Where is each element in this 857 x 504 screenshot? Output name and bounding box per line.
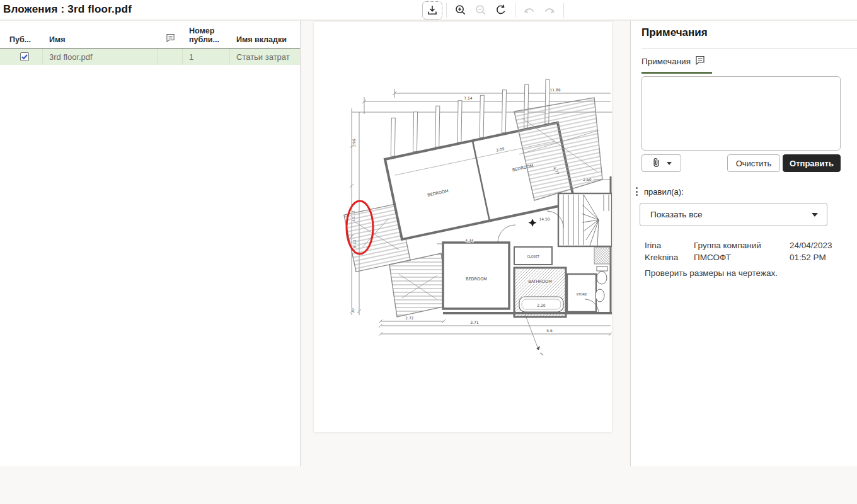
publication-number-cell: 1 [183,49,230,65]
drag-handle-icon[interactable] [635,186,639,197]
top-bar: Вложения : 3rd floor.pdf [0,0,857,21]
rotate-icon [495,4,507,16]
comment-datetime: 24/04/2023 01:52 PM [790,239,846,263]
undo-button[interactable] [519,1,539,20]
paperclip-icon [651,157,662,170]
dim-bottom-b: 3.71 [470,320,479,324]
room-label-closet: CLOSET [527,255,539,258]
zoom-in-icon [454,4,467,16]
room-label-bedroom: BEDROOM [466,277,487,282]
column-publication-number[interactable]: Номер публи... [183,26,230,48]
tab-active-indicator [641,72,712,74]
download-button[interactable] [422,1,442,20]
north-marker [529,219,537,227]
leader-label: 2 [539,352,544,356]
comment-icon [695,55,705,67]
tab-comments[interactable]: Примечания [641,55,705,67]
published-cell [0,49,43,65]
dim-left-d: 20 [350,308,355,313]
attach-file-button[interactable] [641,154,681,172]
tab-name-cell: Статьи затрат [230,49,300,65]
comment-time: 01:52 PM [790,251,846,263]
column-published[interactable]: Пуб... [0,35,43,48]
comment-text: Проверить размеры на чертежах. [645,268,846,278]
rules-label: правил(а): [644,187,684,197]
dim-top: 7.14 [464,96,473,100]
dim-left-a: 1.96 [352,139,356,147]
column-tab-name[interactable]: Имя вкладки [230,35,300,48]
dim-tub: 2.20 [537,303,546,307]
comment-meta-row: Irina Kreknina Группа компаний ПМСОФТ 24… [645,239,846,263]
page-title: Вложения : 3rd floor.pdf [3,3,132,16]
column-comments[interactable] [158,33,183,48]
chevron-down-icon [667,162,672,165]
show-all-dropdown-value: Показать все [650,210,702,219]
toolbar-separator [446,3,447,18]
zoom-in-button[interactable] [451,1,471,20]
send-button[interactable]: Отправить [783,154,841,172]
column-name[interactable]: Имя [43,35,158,48]
comments-panel: Примечания Примечания Очистить Отправить… [630,21,857,466]
table-row[interactable]: 3rd floor.pdf 1 Статьи затрат [0,49,300,65]
comments-panel-title: Примечания [641,26,708,39]
redo-button[interactable] [539,1,560,20]
table-header: Пуб... Имя Номер публи... Имя вкладки [0,21,300,49]
panel-divider [641,48,857,49]
zoom-out-icon [475,4,487,16]
dim-right: 2.60 [583,177,592,181]
dim-corridor: 4.34 [465,238,474,243]
toolbar-separator [515,3,515,18]
room-label-store: STORE [577,292,587,296]
comment-input[interactable] [641,76,841,151]
dim-left-c: 8.12 [352,239,357,248]
comment-company: Группа компаний ПМСОФТ [694,239,790,263]
floor-plan-drawing: BEDROOM BEDROOM 3.09 4.77 [314,22,612,432]
dim-left-b: 10.32 [351,210,355,221]
bottom-area [0,466,857,504]
file-name-cell: 3rd floor.pdf [43,49,158,65]
undo-icon [522,4,536,16]
comment-date: 24/04/2023 [790,239,846,251]
zoom-out-button[interactable] [471,1,491,20]
attachments-panel: Пуб... Имя Номер публи... Имя вкладки 3r… [0,21,301,466]
comment-cell [158,49,183,65]
row-checkbox[interactable] [20,52,29,61]
dim-mid: 14.50 [539,217,549,221]
rotate-button[interactable] [491,1,511,20]
dim-top-total: 11.89 [549,88,560,92]
redo-icon [543,4,556,16]
show-all-dropdown[interactable]: Показать все [640,203,827,226]
dim-bottom-a: 2.72 [405,316,414,320]
leader-arrow [536,346,540,350]
pdf-page[interactable]: BEDROOM BEDROOM 3.09 4.77 [314,22,612,432]
comment-actions: Очистить Отправить [641,154,841,172]
pdf-viewer-pane: BEDROOM BEDROOM 3.09 4.77 [301,21,630,466]
dim-bottom-c: 5.6 [546,328,553,333]
tab-comments-label: Примечания [641,57,691,66]
clear-button[interactable]: Очистить [727,154,780,172]
chevron-down-icon [812,213,818,217]
comment-icon [166,33,175,44]
room-label-bathroom: BATHROOM [528,279,552,284]
comment-author: Irina Kreknina [645,239,694,263]
viewer-toolbar [422,1,568,20]
toolbar-separator [563,3,564,18]
download-icon [426,4,439,16]
rules-row: правил(а): [635,186,684,197]
